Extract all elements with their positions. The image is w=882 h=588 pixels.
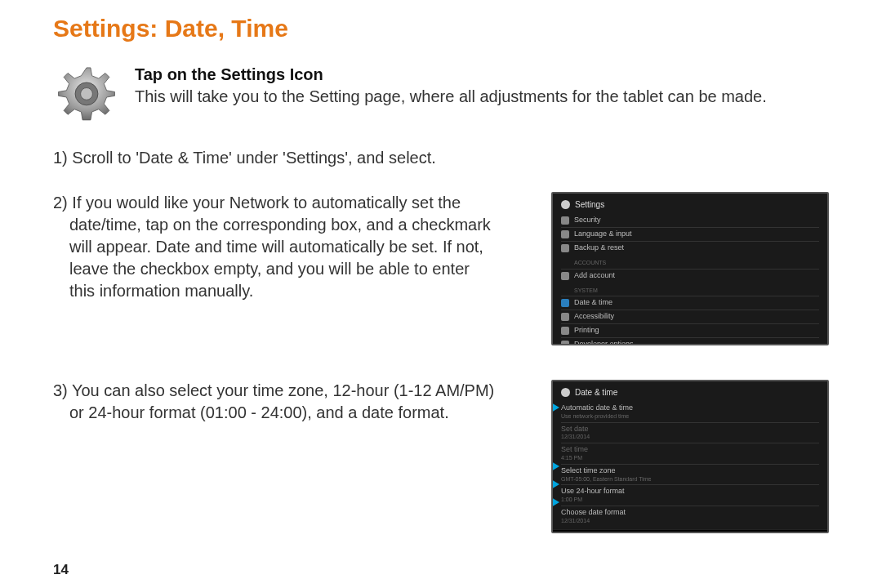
intro-body: This will take you to the Setting page, …: [135, 86, 829, 108]
gear-icon: [561, 200, 570, 209]
settings-gear-icon: [53, 64, 120, 131]
step-1: 1) Scroll to 'Date & Time' under 'Settin…: [53, 147, 829, 169]
tablet1-title: Settings: [575, 200, 604, 209]
step-2-line5: this information manually.: [53, 280, 533, 302]
step-2-line4: leave the checkbox empty, and you will b…: [53, 258, 533, 280]
step-2: 2) If you would like your Network to aut…: [53, 192, 829, 345]
t2-sub: 12/31/2014: [561, 434, 819, 440]
t2-item: Choose date format: [561, 508, 626, 516]
tablet-navbar: ◅ ○ ☐ ◻ ⋮: [553, 529, 827, 533]
t1-section: SYSTEM: [574, 287, 598, 294]
pointer-icon: [551, 403, 559, 412]
t1-item: Date & time: [574, 299, 612, 307]
step-2-line2: date/time, tap on the corresponding box,…: [53, 214, 533, 236]
tablet2-title: Date & time: [575, 388, 617, 397]
page-title: Settings: Date, Time: [53, 15, 829, 42]
hand-icon: [561, 313, 569, 321]
gear-icon: [561, 388, 570, 397]
svg-point-1: [81, 88, 93, 100]
t1-item: Accessibility: [574, 313, 614, 321]
t2-sub: 4:15 PM: [561, 455, 819, 461]
tablet-screenshot-settings: Settings Security Language & input Backu…: [551, 192, 829, 345]
step-3-line1: 3) You can also select your time zone, 1…: [53, 381, 494, 399]
clock-icon: [561, 299, 569, 307]
t1-section: ACCOUNTS: [574, 260, 606, 266]
braces-icon: [561, 341, 569, 345]
t1-item: Add account: [574, 272, 615, 280]
intro-heading: Tap on the Settings Icon: [135, 65, 829, 84]
step-3-line2: or 24-hour format (01:00 - 24:00), and a…: [53, 402, 533, 424]
t2-sub: 1:00 PM: [561, 497, 819, 503]
step-3: 3) You can also select your time zone, 1…: [53, 380, 829, 533]
t2-sub: GMT-05:00, Eastern Standard Time: [561, 476, 819, 483]
pointer-icon: [551, 479, 559, 489]
t2-item: Automatic date & time: [561, 403, 633, 412]
tablet-screenshot-datetime: Date & time Automatic date & timeUse net…: [551, 380, 829, 533]
printer-icon: [561, 327, 569, 335]
t1-item: Printing: [574, 327, 599, 335]
step-2-line1: 2) If you would like your Network to aut…: [53, 194, 461, 212]
t2-item: Use 24-hour format: [561, 487, 625, 495]
t2-sub: Use network-provided time: [561, 413, 819, 420]
t2-sub: 12/31/2014: [561, 518, 819, 524]
t1-item: Backup & reset: [574, 244, 624, 252]
refresh-icon: [561, 244, 569, 252]
step-1-text: 1) Scroll to 'Date & Time' under 'Settin…: [53, 149, 436, 167]
step-2-line3: will appear. Date and time will automati…: [53, 236, 533, 258]
plus-icon: [561, 272, 569, 280]
t1-item: Security: [574, 216, 601, 225]
pointer-icon: [551, 461, 559, 471]
globe-icon: [561, 230, 569, 238]
page-number: 14: [53, 562, 69, 578]
pointer-icon: [551, 497, 559, 507]
intro-block: Tap on the Settings Icon This will take …: [53, 64, 829, 131]
t2-item: Set time: [561, 445, 588, 453]
t2-item: Select time zone: [561, 466, 616, 474]
t2-item: Set date: [561, 425, 589, 433]
t1-item: Language & input: [574, 230, 632, 238]
t1-item: Developer options: [574, 341, 634, 345]
shield-icon: [561, 216, 569, 225]
